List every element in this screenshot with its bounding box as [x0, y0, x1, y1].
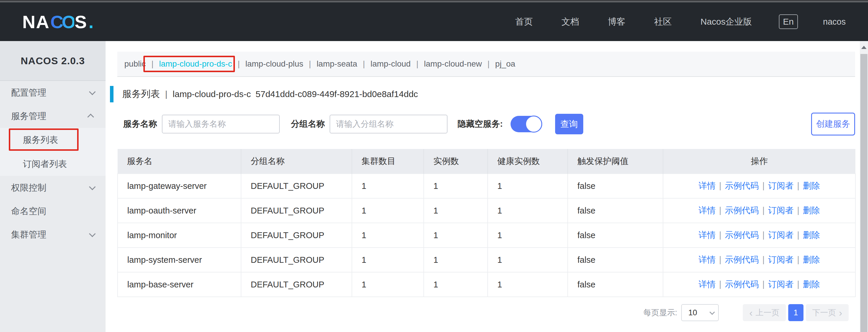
operation-separator: |	[797, 230, 799, 240]
group-name-label: 分组名称	[291, 118, 325, 130]
page-size-select[interactable]: 10	[681, 304, 719, 321]
table-header: 服务名 分组名称 集群数目 实例数 健康实例数 触发保护阈值 操作	[118, 149, 856, 174]
sidebar-item-2[interactable]: 服务列表	[0, 128, 105, 152]
sidebar-item-label: 命名空间	[11, 205, 46, 217]
scrollbar-up-button[interactable]	[860, 41, 868, 53]
cell-instances: 1	[424, 272, 488, 297]
hide-empty-toggle[interactable]	[510, 116, 542, 132]
delete-link[interactable]: 删除	[803, 279, 820, 289]
sample-code-link[interactable]: 示例代码	[725, 255, 759, 264]
sidebar-item-0[interactable]: 配置管理	[0, 81, 105, 104]
nav-item-docs[interactable]: 文档	[562, 16, 579, 28]
detail-link[interactable]: 详情	[699, 279, 715, 289]
cell-clusters: 1	[352, 247, 424, 272]
detail-link[interactable]: 详情	[699, 230, 715, 240]
title-namespace-id: 57d41ddd-c089-449f-8921-bd0e8af14ddc	[256, 89, 418, 99]
delete-link[interactable]: 删除	[803, 230, 820, 240]
namespace-tab-lamp-cloud-pro-ds-c[interactable]: |lamp-cloud-pro-ds-c	[146, 59, 232, 69]
sidebar-item-6[interactable]: 集群管理	[0, 223, 105, 246]
sidebar-item-label: 权限控制	[11, 182, 46, 194]
service-name-input[interactable]	[162, 115, 280, 133]
logo-dot: .	[89, 11, 94, 32]
navbar-links: 首页 文档 博客 社区 Nacos企业版 En nacos	[487, 14, 846, 29]
delete-link[interactable]: 删除	[803, 181, 820, 190]
subscribers-link[interactable]: 订阅者	[768, 279, 794, 289]
namespace-tab-lamp-seata[interactable]: |lamp-seata	[303, 59, 357, 69]
table-row: lamp-oauth-serverDEFAULT_GROUP111false详情…	[118, 198, 856, 223]
cell-healthy: 1	[488, 247, 568, 272]
cell-instances: 1	[424, 247, 488, 272]
sidebar-item-1[interactable]: 服务管理	[0, 104, 105, 128]
user-menu[interactable]: nacos	[823, 17, 846, 27]
sample-code-link[interactable]: 示例代码	[725, 230, 759, 240]
chevron-down-icon	[710, 309, 715, 315]
next-page-button[interactable]: 下一页 ›	[806, 304, 849, 321]
nav-item-blog[interactable]: 博客	[608, 16, 625, 28]
subscribers-link[interactable]: 订阅者	[768, 255, 794, 264]
operation-separator: |	[719, 255, 721, 264]
nav-item-community[interactable]: 社区	[654, 16, 672, 28]
detail-link[interactable]: 详情	[699, 255, 715, 264]
query-button[interactable]: 查询	[555, 114, 583, 134]
table-row: lamp-monitorDEFAULT_GROUP111false详情|示例代码…	[118, 223, 856, 247]
col-group-name: 分组名称	[241, 149, 352, 174]
chevron-down-icon	[89, 231, 96, 237]
detail-link[interactable]: 详情	[699, 181, 715, 190]
top-navbar: NACOS. 首页 文档 博客 社区 Nacos企业版 En nacos	[0, 2, 868, 41]
sample-code-link[interactable]: 示例代码	[725, 181, 759, 190]
nav-item-enterprise[interactable]: Nacos企业版	[701, 16, 752, 28]
delete-link[interactable]: 删除	[803, 255, 820, 264]
cell-protect: false	[568, 247, 663, 272]
nacos-logo: NACOS.	[22, 11, 94, 32]
namespace-tab-lamp-cloud[interactable]: |lamp-cloud	[357, 59, 410, 69]
cell-protect: false	[568, 272, 663, 297]
group-name-input[interactable]	[330, 115, 447, 133]
subscribers-link[interactable]: 订阅者	[768, 206, 794, 215]
cell-clusters: 1	[352, 223, 424, 247]
prev-page-button[interactable]: ‹ 上一页	[743, 304, 785, 321]
sidebar-item-3[interactable]: 订阅者列表	[0, 152, 105, 176]
logo-text-left: NA	[22, 11, 50, 32]
page-size-value: 10	[688, 308, 697, 317]
table-row: lamp-system-serverDEFAULT_GROUP111false详…	[118, 247, 856, 272]
scrollbar-thumb[interactable]	[860, 54, 867, 332]
nav-item-home[interactable]: 首页	[515, 16, 533, 28]
delete-link[interactable]: 删除	[803, 206, 820, 215]
namespace-tab-pj_oa[interactable]: |pj_oa	[482, 59, 515, 69]
operation-separator: |	[719, 279, 721, 289]
tab-label: lamp-cloud-pro-ds-c	[159, 59, 232, 69]
page-number-1[interactable]: 1	[788, 304, 804, 321]
vertical-scrollbar[interactable]	[860, 41, 868, 332]
cell-clusters: 1	[352, 272, 424, 297]
cell-clusters: 1	[352, 174, 424, 198]
nacos-console: NACOS. 首页 文档 博客 社区 Nacos企业版 En nacos NAC…	[0, 0, 868, 332]
sidebar-item-label: 订阅者列表	[23, 158, 67, 170]
namespace-tab-lamp-cloud-plus[interactable]: |lamp-cloud-plus	[232, 59, 303, 69]
sidebar-item-label: 配置管理	[11, 87, 46, 99]
language-toggle[interactable]: En	[779, 14, 798, 29]
operation-separator: |	[719, 181, 721, 190]
cell-healthy: 1	[488, 174, 568, 198]
sidebar-item-5[interactable]: 命名空间	[0, 200, 105, 223]
col-operations: 操作	[663, 149, 856, 174]
namespace-tab-public[interactable]: public	[124, 59, 146, 69]
scroll-up-arrow-icon	[861, 46, 867, 49]
namespace-tab-lamp-cloud-new[interactable]: |lamp-cloud-new	[410, 59, 482, 69]
sidebar-item-4[interactable]: 权限控制	[0, 176, 105, 200]
cell-protect: false	[568, 174, 663, 198]
subscribers-link[interactable]: 订阅者	[768, 230, 794, 240]
toggle-knob	[525, 116, 542, 132]
sample-code-link[interactable]: 示例代码	[725, 279, 759, 289]
prev-page-label: 上一页	[756, 307, 779, 318]
detail-link[interactable]: 详情	[699, 206, 715, 215]
subscribers-link[interactable]: 订阅者	[768, 181, 794, 190]
content-area: public|lamp-cloud-pro-ds-c|lamp-cloud-pl…	[105, 41, 868, 332]
create-service-button[interactable]: 创建服务	[811, 113, 855, 135]
prev-arrow-icon: ‹	[749, 308, 752, 318]
table-body: lamp-gateway-serverDEFAULT_GROUP111false…	[118, 174, 856, 297]
sample-code-link[interactable]: 示例代码	[725, 206, 759, 215]
next-page-label: 下一页	[812, 307, 836, 318]
main-layout: NACOS 2.0.3 配置管理服务管理服务列表订阅者列表权限控制命名空间集群管…	[0, 41, 868, 332]
operation-separator: |	[763, 255, 765, 264]
cell-healthy: 1	[488, 198, 568, 223]
